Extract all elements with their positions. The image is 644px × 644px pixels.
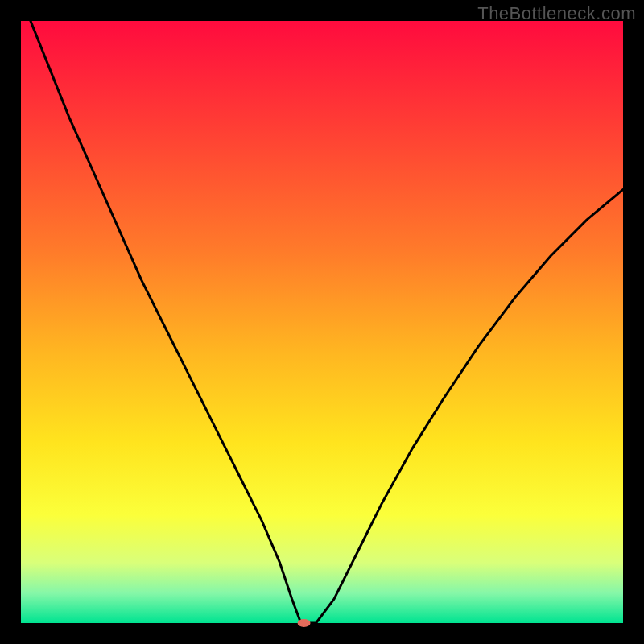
chart-container: TheBottleneck.com bbox=[0, 0, 644, 644]
optimum-marker bbox=[298, 619, 311, 627]
plot-background bbox=[21, 21, 623, 623]
bottleneck-chart bbox=[0, 0, 644, 644]
watermark-text: TheBottleneck.com bbox=[477, 3, 636, 24]
